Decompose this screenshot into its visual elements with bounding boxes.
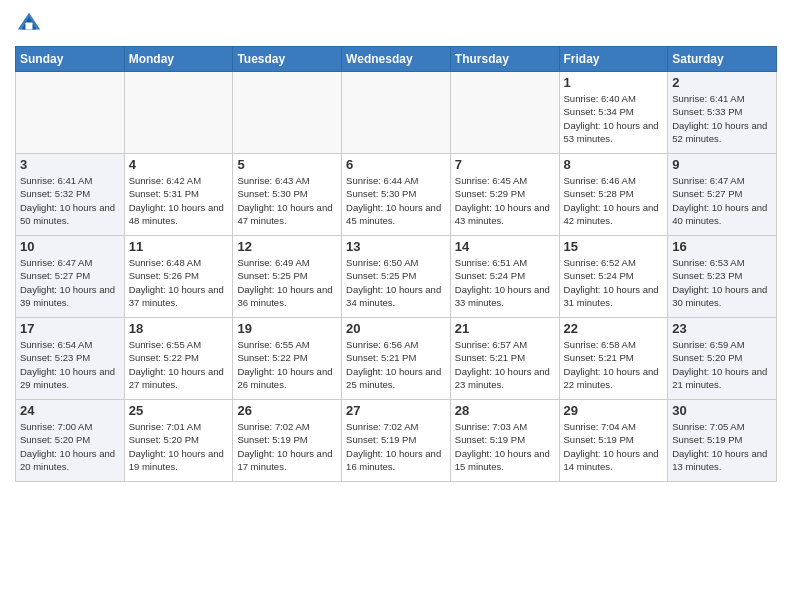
calendar-cell: 12Sunrise: 6:49 AM Sunset: 5:25 PM Dayli… bbox=[233, 236, 342, 318]
day-number: 2 bbox=[672, 75, 772, 90]
calendar-cell: 11Sunrise: 6:48 AM Sunset: 5:26 PM Dayli… bbox=[124, 236, 233, 318]
day-info: Sunrise: 6:55 AM Sunset: 5:22 PM Dayligh… bbox=[129, 338, 229, 391]
calendar-cell: 2Sunrise: 6:41 AM Sunset: 5:33 PM Daylig… bbox=[668, 72, 777, 154]
calendar-week-row: 3Sunrise: 6:41 AM Sunset: 5:32 PM Daylig… bbox=[16, 154, 777, 236]
calendar-cell: 30Sunrise: 7:05 AM Sunset: 5:19 PM Dayli… bbox=[668, 400, 777, 482]
calendar-cell: 19Sunrise: 6:55 AM Sunset: 5:22 PM Dayli… bbox=[233, 318, 342, 400]
calendar-cell: 6Sunrise: 6:44 AM Sunset: 5:30 PM Daylig… bbox=[342, 154, 451, 236]
day-info: Sunrise: 6:49 AM Sunset: 5:25 PM Dayligh… bbox=[237, 256, 337, 309]
day-number: 10 bbox=[20, 239, 120, 254]
day-number: 24 bbox=[20, 403, 120, 418]
day-info: Sunrise: 6:41 AM Sunset: 5:33 PM Dayligh… bbox=[672, 92, 772, 145]
calendar-day-header: Friday bbox=[559, 47, 668, 72]
calendar-day-header: Sunday bbox=[16, 47, 125, 72]
calendar-cell: 21Sunrise: 6:57 AM Sunset: 5:21 PM Dayli… bbox=[450, 318, 559, 400]
day-number: 21 bbox=[455, 321, 555, 336]
day-info: Sunrise: 6:58 AM Sunset: 5:21 PM Dayligh… bbox=[564, 338, 664, 391]
calendar-cell: 23Sunrise: 6:59 AM Sunset: 5:20 PM Dayli… bbox=[668, 318, 777, 400]
calendar-cell bbox=[124, 72, 233, 154]
day-info: Sunrise: 6:44 AM Sunset: 5:30 PM Dayligh… bbox=[346, 174, 446, 227]
calendar-cell: 26Sunrise: 7:02 AM Sunset: 5:19 PM Dayli… bbox=[233, 400, 342, 482]
calendar-cell: 9Sunrise: 6:47 AM Sunset: 5:27 PM Daylig… bbox=[668, 154, 777, 236]
calendar-cell: 7Sunrise: 6:45 AM Sunset: 5:29 PM Daylig… bbox=[450, 154, 559, 236]
day-number: 23 bbox=[672, 321, 772, 336]
day-info: Sunrise: 6:55 AM Sunset: 5:22 PM Dayligh… bbox=[237, 338, 337, 391]
calendar-cell: 18Sunrise: 6:55 AM Sunset: 5:22 PM Dayli… bbox=[124, 318, 233, 400]
day-number: 22 bbox=[564, 321, 664, 336]
day-number: 12 bbox=[237, 239, 337, 254]
day-number: 27 bbox=[346, 403, 446, 418]
calendar-cell: 27Sunrise: 7:02 AM Sunset: 5:19 PM Dayli… bbox=[342, 400, 451, 482]
calendar-cell: 25Sunrise: 7:01 AM Sunset: 5:20 PM Dayli… bbox=[124, 400, 233, 482]
day-number: 5 bbox=[237, 157, 337, 172]
day-info: Sunrise: 6:48 AM Sunset: 5:26 PM Dayligh… bbox=[129, 256, 229, 309]
logo bbox=[15, 10, 47, 38]
day-number: 25 bbox=[129, 403, 229, 418]
day-info: Sunrise: 6:52 AM Sunset: 5:24 PM Dayligh… bbox=[564, 256, 664, 309]
day-number: 26 bbox=[237, 403, 337, 418]
calendar-week-row: 1Sunrise: 6:40 AM Sunset: 5:34 PM Daylig… bbox=[16, 72, 777, 154]
day-number: 6 bbox=[346, 157, 446, 172]
calendar-cell: 29Sunrise: 7:04 AM Sunset: 5:19 PM Dayli… bbox=[559, 400, 668, 482]
day-info: Sunrise: 6:46 AM Sunset: 5:28 PM Dayligh… bbox=[564, 174, 664, 227]
day-number: 16 bbox=[672, 239, 772, 254]
calendar-cell: 4Sunrise: 6:42 AM Sunset: 5:31 PM Daylig… bbox=[124, 154, 233, 236]
day-number: 19 bbox=[237, 321, 337, 336]
calendar-cell: 5Sunrise: 6:43 AM Sunset: 5:30 PM Daylig… bbox=[233, 154, 342, 236]
calendar-cell: 8Sunrise: 6:46 AM Sunset: 5:28 PM Daylig… bbox=[559, 154, 668, 236]
calendar-cell: 16Sunrise: 6:53 AM Sunset: 5:23 PM Dayli… bbox=[668, 236, 777, 318]
calendar-cell: 22Sunrise: 6:58 AM Sunset: 5:21 PM Dayli… bbox=[559, 318, 668, 400]
day-info: Sunrise: 6:40 AM Sunset: 5:34 PM Dayligh… bbox=[564, 92, 664, 145]
day-number: 30 bbox=[672, 403, 772, 418]
day-number: 20 bbox=[346, 321, 446, 336]
day-number: 29 bbox=[564, 403, 664, 418]
day-number: 11 bbox=[129, 239, 229, 254]
calendar-cell: 17Sunrise: 6:54 AM Sunset: 5:23 PM Dayli… bbox=[16, 318, 125, 400]
calendar-cell: 10Sunrise: 6:47 AM Sunset: 5:27 PM Dayli… bbox=[16, 236, 125, 318]
day-info: Sunrise: 7:02 AM Sunset: 5:19 PM Dayligh… bbox=[346, 420, 446, 473]
day-info: Sunrise: 7:05 AM Sunset: 5:19 PM Dayligh… bbox=[672, 420, 772, 473]
page: SundayMondayTuesdayWednesdayThursdayFrid… bbox=[0, 0, 792, 497]
calendar-cell: 3Sunrise: 6:41 AM Sunset: 5:32 PM Daylig… bbox=[16, 154, 125, 236]
calendar-cell: 1Sunrise: 6:40 AM Sunset: 5:34 PM Daylig… bbox=[559, 72, 668, 154]
day-info: Sunrise: 6:59 AM Sunset: 5:20 PM Dayligh… bbox=[672, 338, 772, 391]
calendar-day-header: Tuesday bbox=[233, 47, 342, 72]
calendar-cell: 14Sunrise: 6:51 AM Sunset: 5:24 PM Dayli… bbox=[450, 236, 559, 318]
day-number: 3 bbox=[20, 157, 120, 172]
day-number: 28 bbox=[455, 403, 555, 418]
day-info: Sunrise: 6:42 AM Sunset: 5:31 PM Dayligh… bbox=[129, 174, 229, 227]
calendar-week-row: 10Sunrise: 6:47 AM Sunset: 5:27 PM Dayli… bbox=[16, 236, 777, 318]
logo-icon bbox=[15, 10, 43, 38]
day-info: Sunrise: 6:57 AM Sunset: 5:21 PM Dayligh… bbox=[455, 338, 555, 391]
calendar-week-row: 17Sunrise: 6:54 AM Sunset: 5:23 PM Dayli… bbox=[16, 318, 777, 400]
day-info: Sunrise: 6:53 AM Sunset: 5:23 PM Dayligh… bbox=[672, 256, 772, 309]
day-info: Sunrise: 7:02 AM Sunset: 5:19 PM Dayligh… bbox=[237, 420, 337, 473]
day-number: 14 bbox=[455, 239, 555, 254]
day-info: Sunrise: 6:47 AM Sunset: 5:27 PM Dayligh… bbox=[672, 174, 772, 227]
calendar-cell bbox=[450, 72, 559, 154]
day-number: 17 bbox=[20, 321, 120, 336]
day-number: 18 bbox=[129, 321, 229, 336]
day-number: 7 bbox=[455, 157, 555, 172]
calendar-cell: 15Sunrise: 6:52 AM Sunset: 5:24 PM Dayli… bbox=[559, 236, 668, 318]
calendar-day-header: Saturday bbox=[668, 47, 777, 72]
day-info: Sunrise: 6:50 AM Sunset: 5:25 PM Dayligh… bbox=[346, 256, 446, 309]
calendar-cell bbox=[16, 72, 125, 154]
calendar-cell: 28Sunrise: 7:03 AM Sunset: 5:19 PM Dayli… bbox=[450, 400, 559, 482]
svg-rect-2 bbox=[26, 23, 33, 30]
day-number: 13 bbox=[346, 239, 446, 254]
day-info: Sunrise: 6:45 AM Sunset: 5:29 PM Dayligh… bbox=[455, 174, 555, 227]
day-info: Sunrise: 6:41 AM Sunset: 5:32 PM Dayligh… bbox=[20, 174, 120, 227]
calendar-cell: 13Sunrise: 6:50 AM Sunset: 5:25 PM Dayli… bbox=[342, 236, 451, 318]
calendar: SundayMondayTuesdayWednesdayThursdayFrid… bbox=[15, 46, 777, 482]
day-number: 1 bbox=[564, 75, 664, 90]
day-info: Sunrise: 7:04 AM Sunset: 5:19 PM Dayligh… bbox=[564, 420, 664, 473]
day-info: Sunrise: 7:00 AM Sunset: 5:20 PM Dayligh… bbox=[20, 420, 120, 473]
calendar-cell bbox=[342, 72, 451, 154]
day-info: Sunrise: 7:01 AM Sunset: 5:20 PM Dayligh… bbox=[129, 420, 229, 473]
day-info: Sunrise: 6:47 AM Sunset: 5:27 PM Dayligh… bbox=[20, 256, 120, 309]
header bbox=[15, 10, 777, 38]
day-number: 8 bbox=[564, 157, 664, 172]
calendar-week-row: 24Sunrise: 7:00 AM Sunset: 5:20 PM Dayli… bbox=[16, 400, 777, 482]
day-info: Sunrise: 7:03 AM Sunset: 5:19 PM Dayligh… bbox=[455, 420, 555, 473]
